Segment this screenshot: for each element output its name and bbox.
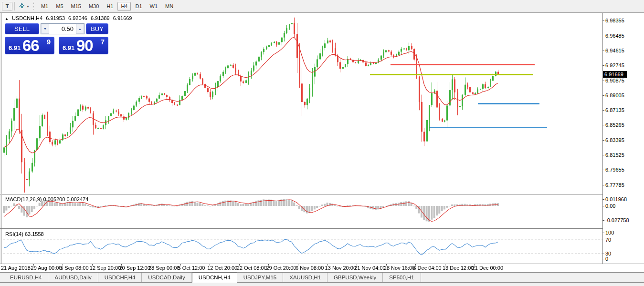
price-axis-label: 6.98355	[605, 18, 624, 23]
panel-separator[interactable]	[0, 228, 644, 229]
price-axis-label: 6.85265	[605, 122, 624, 128]
rsi-axis-label: 0	[605, 256, 608, 262]
time-axis-label: 21 Aug 2018	[1, 265, 31, 271]
rsi-axis-tick	[602, 233, 604, 233]
rsi-label: RSI(14) 63.1558	[5, 231, 44, 237]
chart-tab-gbpusd[interactable]: GBPUSD,Weekly	[327, 273, 383, 282]
sell-price-big: 66	[22, 37, 39, 54]
window-bottom-edge	[0, 283, 644, 286]
price-axis-label: 6.81525	[605, 152, 624, 158]
timeframe-button-h1[interactable]: H1	[103, 2, 116, 11]
macd-axis-tick	[602, 199, 604, 200]
rsi-axis-label: 100	[605, 230, 614, 235]
symbol-title: USDCNH,H4	[12, 15, 42, 21]
price-axis-label: 6.94615	[605, 48, 624, 53]
ohlc-close: 6.91669	[113, 15, 132, 21]
buy-price-sup: 7	[101, 38, 105, 46]
chart-tab-bar: EURUSD,H4AUDUSD,DailyUSDCHF,H4USDCAD,Dai…	[0, 272, 644, 283]
chart-tab-usdcnh[interactable]: USDCNH,H4	[192, 272, 237, 283]
timeframe-buttons: M1M5M15M30H1H4D1W1MN	[37, 2, 177, 11]
volume-input[interactable]: 0.50	[49, 24, 76, 34]
timeframe-button-mn[interactable]: MN	[162, 2, 177, 11]
volume-stepper: ▼ 0.50 ▲	[41, 23, 84, 34]
price-axis-tick	[602, 95, 604, 96]
toolbar-separator	[14, 2, 15, 10]
timeframe-button-m1[interactable]: M1	[38, 2, 52, 11]
chart-tab-usdcad[interactable]: USDCAD,Daily	[142, 273, 191, 282]
chart-tab-usdchf[interactable]: USDCHF,H4	[98, 273, 142, 282]
time-axis-label: 5 Oct 12:00	[178, 265, 205, 271]
buy-price-prefix: 6.91	[63, 44, 74, 51]
chart-tab-audusd[interactable]: AUDUSD,Daily	[48, 273, 98, 282]
time-scale[interactable]: 21 Aug 201829 Aug 00:005 Sep 08:0012 Sep…	[0, 264, 644, 272]
ohlc-low: 6.91389	[91, 15, 110, 21]
time-axis-label: 28 Sep 00:00	[148, 265, 179, 271]
timeframe-button-m15[interactable]: M15	[68, 2, 84, 11]
macd-axis-label: -0.027758	[605, 217, 629, 223]
chart-tab-eurusd[interactable]: EURUSD,H4	[4, 273, 48, 282]
ohlc-high: 6.92046	[68, 15, 87, 21]
macd-indicator-canvas[interactable]	[0, 195, 602, 228]
buy-button[interactable]: BUY	[86, 23, 108, 34]
time-axis-label: 13 Nov 20:00	[325, 265, 356, 271]
timeframe-button-m5[interactable]: M5	[53, 2, 66, 11]
time-axis-label: 6 Dec 04:00	[413, 265, 441, 271]
chart-tab-sp500[interactable]: SP500,H1	[383, 273, 421, 282]
rsi-axis-tick	[602, 259, 604, 259]
price-axis-label: 6.77785	[605, 182, 624, 188]
price-axis-tick	[602, 20, 604, 21]
chart-tab-xauusd[interactable]: XAUUSD,H1	[283, 273, 327, 282]
time-axis-label: 21 Nov 04:00	[354, 265, 385, 271]
window-left-edge	[0, 13, 2, 273]
time-axis-label: 12 Oct 20:00	[207, 265, 237, 271]
time-axis-label: 21 Dec 00:00	[472, 265, 503, 271]
timeframe-button-h4[interactable]: H4	[117, 2, 131, 11]
macd-label: MACD(12,26,9) 0.005200 0.002474	[5, 196, 88, 202]
trade-arrows-button[interactable]: ▼	[17, 2, 32, 11]
macd-axis-tick	[602, 220, 604, 221]
chevron-down-icon: ▼	[26, 5, 30, 8]
time-axis-label: 22 Oct 08:00	[237, 265, 267, 271]
price-axis-tick	[602, 140, 604, 141]
chart-tab-usdjpy[interactable]: USDJPY,M15	[237, 273, 283, 282]
text-tool-button[interactable]: T	[2, 2, 12, 11]
price-axis-tick	[602, 110, 604, 111]
ohlc-open: 6.91953	[46, 15, 65, 21]
price-axis-tick	[602, 170, 604, 170]
time-axis-label: 29 Aug 00:00	[31, 265, 62, 271]
price-axis-label: 6.89005	[605, 92, 624, 98]
timeframe-button-m30[interactable]: M30	[85, 2, 102, 11]
chart-header: ▲ USDCNH,H4 6.91953 6.92046 6.91389 6.91…	[5, 15, 134, 21]
rsi-axis-tick	[602, 254, 604, 254]
price-axis-tick	[602, 125, 604, 125]
price-axis-label: 6.92745	[605, 62, 624, 68]
price-axis-tick	[602, 155, 604, 155]
toolbar-grip	[33, 2, 35, 10]
one-click-collapse-toggle[interactable]: ▲	[5, 17, 9, 21]
price-axis-tick	[602, 36, 604, 36]
time-axis-line	[0, 264, 644, 264]
macd-axis-label: 0.00	[605, 203, 615, 209]
toolbar: T ▼ M1M5M15M30H1H4D1W1MN	[0, 0, 644, 13]
price-axis-label: 6.79655	[605, 167, 624, 173]
panel-separator[interactable]	[0, 194, 644, 195]
timeframe-button-d1[interactable]: D1	[132, 2, 145, 11]
volume-increase-button[interactable]: ▲	[76, 24, 84, 34]
volume-decrease-button[interactable]: ▼	[41, 24, 49, 34]
one-click-trading-panel: SELL ▼ 0.50 ▲ BUY 6.91 66 9 6.91 90 7	[5, 23, 108, 54]
price-axis-label: 6.96485	[605, 33, 624, 39]
price-axis-tick	[602, 51, 604, 51]
current-price-badge: 6.91669	[603, 71, 627, 78]
timeframe-button-w1[interactable]: W1	[147, 2, 161, 11]
time-axis-label: 29 Oct 20:00	[266, 265, 296, 271]
sell-button[interactable]: SELL	[5, 23, 39, 34]
sell-price-button[interactable]: 6.91 66 9	[5, 37, 54, 54]
macd-axis-label: 0.011968	[605, 196, 627, 202]
macd-axis-tick	[602, 206, 604, 206]
buy-price-button[interactable]: 6.91 90 7	[59, 37, 108, 54]
trade-arrows-icon	[19, 2, 25, 10]
time-axis-label: 12 Sep 20:00	[90, 265, 121, 271]
price-axis-label: 6.87135	[605, 107, 624, 113]
rsi-indicator-canvas[interactable]	[0, 229, 602, 264]
price-axis-tick	[602, 81, 604, 81]
